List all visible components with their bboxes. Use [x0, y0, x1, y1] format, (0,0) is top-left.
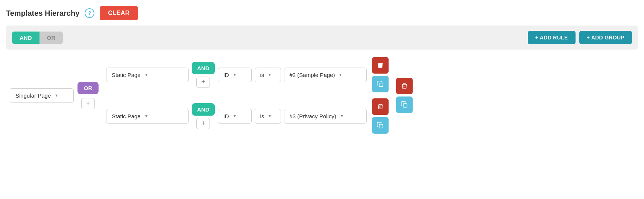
logic-toggle: AND OR [12, 32, 63, 44]
and-toggle-button[interactable]: AND [12, 32, 39, 44]
or-group-wrapper: OR + [77, 82, 99, 109]
rule1-field3-dropdown[interactable]: is ▾ [255, 68, 281, 82]
or-badge[interactable]: OR [77, 82, 99, 94]
rule2-field3-chevron: ▾ [269, 113, 271, 119]
rule1-field2-value: ID [223, 72, 229, 78]
rule1-field2-dropdown[interactable]: ID ▾ [218, 68, 252, 82]
rule-row-2: Static Page ▾ AND + ID ▾ is ▾ #3 (Privac… [106, 98, 389, 134]
rule1-and-wrapper: AND + [192, 62, 215, 88]
rule1-and-badge[interactable]: AND [192, 62, 215, 74]
rule1-field1-dropdown[interactable]: Static Page ▾ [106, 68, 189, 82]
outer-action-btns [396, 78, 413, 113]
rule2-field2-dropdown[interactable]: ID ▾ [218, 109, 252, 124]
rule1-trash-icon [377, 62, 384, 69]
rule2-and-badge[interactable]: AND [192, 103, 215, 116]
help-icon[interactable]: ? [85, 8, 94, 18]
rule-row-1: Static Page ▾ AND + ID ▾ is ▾ #2 (Sample… [106, 57, 389, 92]
outer-copy-button[interactable] [396, 96, 413, 113]
rule1-field4-value: #2 (Sample Page) [290, 72, 335, 78]
rule1-field4-dropdown[interactable]: #2 (Sample Page) ▾ [284, 68, 367, 82]
rule2-field4-dropdown[interactable]: #3 (Privacy Policy) ▾ [284, 109, 367, 124]
rule2-field4-value: #3 (Privacy Policy) [290, 113, 336, 119]
rule2-field4-chevron: ▾ [341, 113, 343, 119]
rule2-and-wrapper: AND + [192, 103, 215, 129]
add-rule-button[interactable]: + ADD RULE [528, 31, 576, 44]
svg-rect-9 [403, 104, 407, 107]
clear-button[interactable]: CLEAR [100, 6, 138, 20]
rule2-delete-button[interactable] [372, 98, 389, 115]
svg-rect-3 [379, 83, 383, 87]
header-row: Templates Hierarchy ? CLEAR [6, 6, 638, 20]
or-toggle-button[interactable]: OR [39, 32, 63, 44]
rule2-and-plus-button[interactable]: + [196, 118, 210, 129]
rule1-field2-chevron: ▾ [234, 72, 236, 77]
rules-container: Singular Page ▾ OR + Static Page ▾ AND +… [6, 57, 638, 134]
rule1-field3-value: is [260, 72, 264, 78]
rule2-field1-value: Static Page [112, 113, 141, 119]
rule2-field3-dropdown[interactable]: is ▾ [255, 109, 281, 124]
rule2-field1-chevron: ▾ [145, 113, 147, 119]
toolbar-row: AND OR + ADD RULE + ADD GROUP [6, 26, 638, 50]
singular-page-dropdown[interactable]: Singular Page ▾ [10, 88, 74, 103]
rule1-field3-chevron: ▾ [269, 72, 271, 77]
singular-page-chevron: ▾ [55, 93, 58, 98]
rule2-field2-value: ID [223, 113, 229, 119]
svg-rect-6 [379, 124, 383, 128]
rule2-field2-chevron: ▾ [234, 113, 236, 119]
rule2-field3-value: is [260, 113, 264, 119]
rule1-and-plus-button[interactable]: + [196, 77, 210, 88]
rule1-field1-value: Static Page [112, 72, 141, 78]
outer-copy-icon [401, 101, 408, 108]
rule2-copy-button[interactable] [372, 117, 389, 134]
outer-delete-button[interactable] [396, 78, 413, 94]
rule2-copy-icon [377, 122, 384, 129]
rule1-action-btns [372, 57, 389, 92]
page-title: Templates Hierarchy [6, 9, 79, 18]
singular-page-value: Singular Page [15, 92, 51, 99]
rule1-copy-button[interactable] [372, 76, 389, 92]
rule2-field1-dropdown[interactable]: Static Page ▾ [106, 109, 189, 124]
rule1-field4-chevron: ▾ [339, 72, 342, 77]
toolbar-right: + ADD RULE + ADD GROUP [528, 31, 632, 44]
outer-trash-icon [401, 82, 408, 90]
or-plus-button[interactable]: + [81, 98, 95, 109]
rule2-trash-icon [377, 103, 384, 110]
rule2-action-btns [372, 98, 389, 134]
inner-rules: Static Page ▾ AND + ID ▾ is ▾ #2 (Sample… [106, 57, 389, 134]
add-group-button[interactable]: + ADD GROUP [579, 31, 632, 44]
rule1-copy-icon [377, 81, 384, 87]
rule1-delete-button[interactable] [372, 57, 389, 74]
rule1-field1-chevron: ▾ [145, 72, 147, 77]
